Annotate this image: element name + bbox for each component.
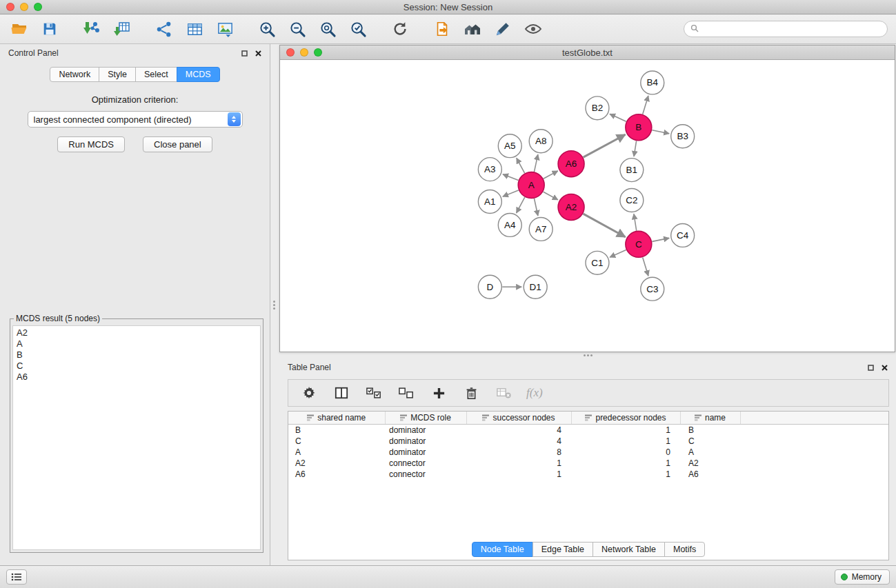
close-panel-icon[interactable]: [255, 47, 261, 59]
network-canvas[interactable]: B4B2BB3A5A8A6B1A3AA1C2A2A4A7C4C1CC3DD1: [280, 61, 895, 352]
trash-icon[interactable]: [461, 383, 481, 403]
edge-A2-C[interactable]: [584, 214, 626, 237]
eye-icon[interactable]: [524, 19, 543, 39]
table-cell[interactable]: 4: [466, 436, 571, 447]
table-cell[interactable]: 1: [466, 458, 571, 469]
table-cell[interactable]: 1: [571, 469, 680, 480]
edge-A-A6[interactable]: [544, 171, 558, 179]
table-cell[interactable]: 0: [571, 447, 680, 458]
table-cell[interactable]: connector: [385, 469, 466, 480]
splitter-handle-horizontal[interactable]: [584, 354, 586, 356]
table-cell[interactable]: B: [680, 425, 740, 436]
graph-node-A3[interactable]: A3: [478, 158, 501, 181]
table-cell[interactable]: C: [288, 436, 385, 447]
tab-edge-table[interactable]: Edge Table: [532, 542, 593, 557]
graph-node-C1[interactable]: C1: [586, 251, 609, 274]
minimize-window-icon[interactable]: [20, 3, 28, 11]
table-cell[interactable]: 4: [466, 425, 571, 436]
mcds-result-list[interactable]: A2ABCA6: [12, 325, 261, 550]
result-item[interactable]: A2: [13, 327, 260, 338]
network-window-titlebar[interactable]: testGlobe.txt: [280, 45, 895, 60]
graph-node-A7[interactable]: A7: [529, 217, 552, 241]
edge-A-A8[interactable]: [534, 154, 537, 172]
graph-node-A6[interactable]: A6: [558, 151, 584, 177]
zoom-out-icon[interactable]: [288, 19, 307, 39]
edge-C-C2[interactable]: [634, 214, 637, 230]
result-item[interactable]: B: [13, 349, 260, 361]
table-row[interactable]: A6connector11A6: [288, 469, 888, 480]
result-item[interactable]: A: [13, 338, 260, 349]
table-row[interactable]: Adominator80A: [288, 447, 888, 458]
table-cell[interactable]: 1: [571, 436, 680, 447]
maximize-window-icon[interactable]: [34, 3, 42, 11]
unselect-all-icon[interactable]: [397, 383, 416, 403]
graph-node-C2[interactable]: C2: [620, 189, 644, 212]
refresh-icon[interactable]: [390, 19, 410, 39]
splitter-handle-vertical[interactable]: [273, 301, 275, 303]
graph-node-B3[interactable]: B3: [671, 125, 695, 148]
zoom-fit-icon[interactable]: [318, 19, 337, 39]
table-cell[interactable]: dominator: [385, 447, 466, 458]
graph-node-A4[interactable]: A4: [498, 213, 521, 236]
table-cell[interactable]: A6: [680, 469, 740, 480]
table-cell[interactable]: C: [680, 436, 740, 447]
edge-A-A4[interactable]: [517, 197, 525, 213]
float-panel-icon[interactable]: [868, 361, 874, 374]
memory-button[interactable]: Memory: [835, 569, 890, 585]
table-cell[interactable]: 1: [466, 469, 571, 480]
table-cell[interactable]: A2: [680, 458, 740, 469]
table-row[interactable]: A2connector11A2: [288, 458, 888, 469]
table-cell[interactable]: dominator: [385, 425, 466, 436]
gear-icon[interactable]: [299, 383, 319, 403]
annotation-pen-icon[interactable]: [493, 19, 512, 39]
table-cell[interactable]: 1: [571, 458, 680, 469]
task-list-icon[interactable]: [6, 569, 27, 585]
graph-node-A1[interactable]: A1: [478, 190, 501, 214]
result-item[interactable]: A6: [13, 372, 260, 383]
close-window-icon[interactable]: [6, 3, 14, 11]
edge-B-B2[interactable]: [610, 114, 626, 121]
graph-node-B2[interactable]: B2: [586, 97, 609, 120]
new-network-icon[interactable]: [155, 19, 174, 39]
graph-node-B1[interactable]: B1: [620, 159, 644, 182]
open-file-icon[interactable]: [432, 19, 452, 39]
graph-node-D1[interactable]: D1: [524, 275, 547, 298]
column-header-successor-nodes[interactable]: successor nodes: [466, 412, 571, 425]
edge-C-C4[interactable]: [652, 238, 669, 241]
edge-A-A1[interactable]: [503, 190, 519, 196]
graph-node-B[interactable]: B: [626, 114, 652, 141]
new-table-icon[interactable]: [185, 19, 204, 39]
column-header-MCDS-role[interactable]: MCDS role: [385, 412, 466, 425]
table-row[interactable]: Bdominator41B: [288, 425, 888, 436]
edge-A-A2[interactable]: [544, 192, 558, 200]
save-session-icon[interactable]: [40, 19, 59, 39]
tab-motifs[interactable]: Motifs: [664, 542, 705, 557]
export-image-icon[interactable]: [215, 19, 235, 39]
zoom-selected-icon[interactable]: [348, 19, 368, 39]
minimize-window-icon[interactable]: [300, 48, 308, 57]
tab-network[interactable]: Network: [50, 67, 99, 82]
table-cell[interactable]: connector: [385, 458, 466, 469]
edge-A-A3[interactable]: [503, 174, 519, 181]
edge-C-C1[interactable]: [610, 250, 626, 258]
result-item[interactable]: C: [13, 361, 260, 372]
home-icon[interactable]: [463, 19, 482, 39]
add-icon[interactable]: [429, 383, 448, 403]
edge-A6-B[interactable]: [584, 134, 626, 157]
column-header-predecessor-nodes[interactable]: predecessor nodes: [571, 412, 680, 425]
import-table-icon[interactable]: [112, 19, 132, 39]
graph-node-A5[interactable]: A5: [498, 134, 521, 158]
edge-B-B3[interactable]: [652, 130, 669, 134]
edge-C-C3[interactable]: [643, 257, 648, 276]
edge-A-A5[interactable]: [517, 158, 525, 173]
float-panel-icon[interactable]: [241, 47, 248, 59]
edge-B-B4[interactable]: [643, 96, 648, 114]
close-panel-button[interactable]: Close panel: [143, 136, 212, 152]
table-cell[interactable]: A6: [288, 469, 385, 480]
import-network-icon[interactable]: [82, 19, 101, 39]
graph-node-C[interactable]: C: [626, 231, 652, 257]
criterion-dropdown[interactable]: largest connected component (directed): [28, 111, 243, 128]
select-all-icon[interactable]: [364, 383, 384, 403]
tab-network-table[interactable]: Network Table: [593, 542, 665, 557]
fx-icon[interactable]: f(x): [526, 386, 543, 400]
